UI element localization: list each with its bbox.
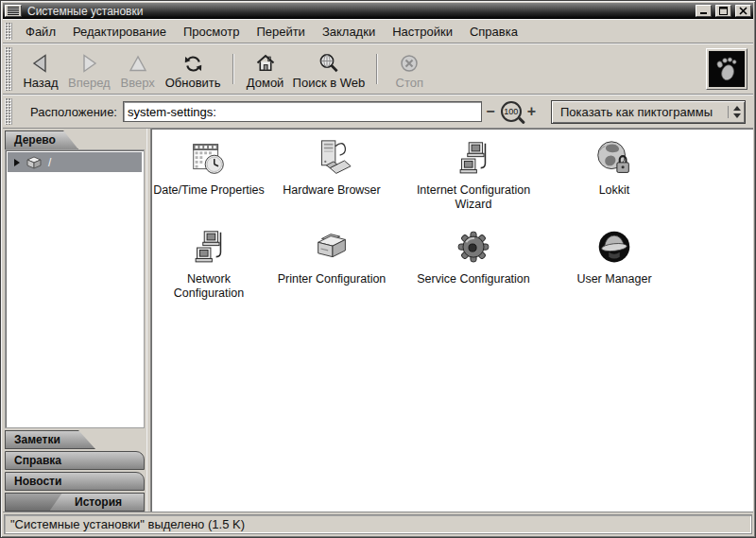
- item-label: Lokkit: [599, 183, 630, 198]
- tab-history-row: История: [5, 493, 145, 512]
- tab-help[interactable]: Справка: [5, 451, 145, 470]
- hardware-icon: [310, 138, 353, 182]
- home-button[interactable]: Домой: [242, 47, 289, 91]
- titlebar[interactable]: Системные установки: [3, 3, 753, 19]
- window-title: Системные установки: [25, 5, 692, 18]
- refresh-label: Обновить: [165, 76, 221, 90]
- toolbar-separator: [232, 54, 234, 84]
- item-printer-configuration[interactable]: Printer Configuration: [278, 227, 387, 286]
- stop-button[interactable]: Стоп: [386, 47, 433, 91]
- item-label: User Manager: [576, 272, 651, 286]
- menu-bookmarks[interactable]: Закладки: [314, 21, 384, 43]
- icon-grid: Date/Time Properties Hardware Browser: [151, 129, 753, 301]
- up-label: Вверх: [121, 76, 155, 90]
- item-label: Hardware Browser: [283, 183, 381, 198]
- window-menu-icon: [8, 7, 19, 15]
- location-bar: Расположение: − 100 + Показать как пикто…: [3, 95, 753, 129]
- item-service-configuration[interactable]: Service Configuration: [417, 227, 530, 286]
- refresh-icon: [182, 51, 204, 76]
- forward-button[interactable]: Вперед: [64, 47, 114, 91]
- stop-label: Стоп: [396, 76, 423, 90]
- gnome-foot-icon: [709, 51, 745, 87]
- up-icon: [127, 51, 149, 76]
- close-button[interactable]: [735, 5, 751, 17]
- spinner-arrows-icon: [728, 106, 741, 118]
- maximize-button[interactable]: [715, 5, 731, 17]
- tab-tree[interactable]: Дерево: [5, 130, 78, 149]
- toolbar: Назад Вперед Вверх Обновить: [3, 43, 753, 95]
- forward-icon: [77, 51, 100, 76]
- zoom-out-button[interactable]: −: [482, 102, 498, 121]
- up-button[interactable]: Вверх: [114, 47, 162, 91]
- menu-view[interactable]: Просмотр: [175, 21, 248, 43]
- menu-edit[interactable]: Редактирование: [64, 21, 175, 43]
- menubar-grip[interactable]: [5, 23, 12, 40]
- back-icon: [29, 51, 52, 76]
- datetime-icon: [187, 138, 231, 182]
- forward-label: Вперед: [68, 76, 111, 90]
- item-label: Date/Time Properties: [153, 183, 265, 198]
- location-label: Расположение:: [30, 105, 117, 119]
- home-icon: [254, 51, 277, 76]
- item-label: Network Configuration: [153, 272, 265, 301]
- tree-item-root[interactable]: /: [8, 152, 142, 172]
- network-icon: [187, 227, 231, 270]
- menu-help[interactable]: Справка: [461, 21, 526, 43]
- back-label: Назад: [23, 76, 58, 90]
- item-lokkit[interactable]: Lokkit: [593, 138, 636, 198]
- home-label: Домой: [247, 76, 284, 90]
- maximize-icon: [719, 7, 728, 15]
- expander-icon[interactable]: [14, 159, 20, 166]
- lokkit-icon: [593, 138, 636, 182]
- printer-icon: [310, 227, 353, 270]
- locationbar-grip[interactable]: [5, 98, 12, 125]
- item-network-configuration[interactable]: Network Configuration: [153, 227, 265, 301]
- item-label: Internet Configuration Wizard: [403, 183, 544, 212]
- content-area: Дерево / Заметки Справка Новости История: [3, 129, 753, 512]
- item-hardware-browser[interactable]: Hardware Browser: [283, 138, 381, 198]
- tab-notes[interactable]: Заметки: [5, 430, 95, 449]
- web-search-button[interactable]: Поиск в Web: [289, 47, 369, 91]
- item-datetime-properties[interactable]: Date/Time Properties: [153, 138, 265, 198]
- toolbar-separator: [376, 54, 378, 84]
- close-icon: [739, 7, 747, 15]
- status-text: "Системные установки" выделено (1.5 K): [4, 514, 752, 534]
- throbber[interactable]: [706, 48, 747, 90]
- icon-view: Date/Time Properties Hardware Browser: [151, 129, 753, 512]
- tab-news[interactable]: Новости: [5, 472, 145, 491]
- user-manager-icon: [593, 227, 636, 270]
- menu-settings[interactable]: Настройки: [384, 21, 461, 43]
- minimize-icon: [699, 7, 708, 15]
- tree-panel: /: [5, 149, 145, 428]
- back-button[interactable]: Назад: [17, 47, 64, 91]
- stop-icon: [399, 51, 420, 76]
- item-user-manager[interactable]: User Manager: [576, 227, 651, 286]
- view-mode-dropdown[interactable]: Показать как пиктограммы: [551, 100, 746, 124]
- item-label: Printer Configuration: [278, 272, 387, 286]
- app-window: Системные установки Файл Редактирование …: [0, 0, 756, 538]
- tree-item-label: /: [48, 156, 51, 169]
- menu-file[interactable]: Файл: [17, 21, 64, 43]
- web-search-label: Поиск в Web: [293, 76, 366, 90]
- toolbar-grip[interactable]: [5, 47, 12, 91]
- zoom-in-button[interactable]: +: [524, 102, 540, 121]
- item-label: Service Configuration: [417, 272, 530, 286]
- view-mode-label: Показать как пиктограммы: [560, 105, 724, 119]
- location-input[interactable]: [123, 101, 482, 122]
- item-internet-configuration-wizard[interactable]: Internet Configuration Wizard: [403, 138, 544, 212]
- sidebar: Дерево / Заметки Справка Новости История: [3, 129, 146, 512]
- services-icon: [452, 227, 495, 270]
- minimize-button[interactable]: [696, 5, 712, 17]
- tab-history[interactable]: История: [49, 493, 145, 512]
- refresh-button[interactable]: Обновить: [162, 47, 225, 91]
- internet-wizard-icon: [452, 138, 495, 182]
- zoom-level-value: 100: [504, 107, 518, 116]
- menubar: Файл Редактирование Просмотр Перейти Зак…: [3, 19, 753, 43]
- menu-go[interactable]: Перейти: [248, 21, 314, 43]
- statusbar: "Системные установки" выделено (1.5 K): [3, 512, 753, 535]
- package-icon: [26, 155, 43, 170]
- web-search-icon: [318, 51, 340, 76]
- zoom-level-indicator[interactable]: 100: [501, 101, 522, 122]
- window-menu-button[interactable]: [5, 5, 22, 17]
